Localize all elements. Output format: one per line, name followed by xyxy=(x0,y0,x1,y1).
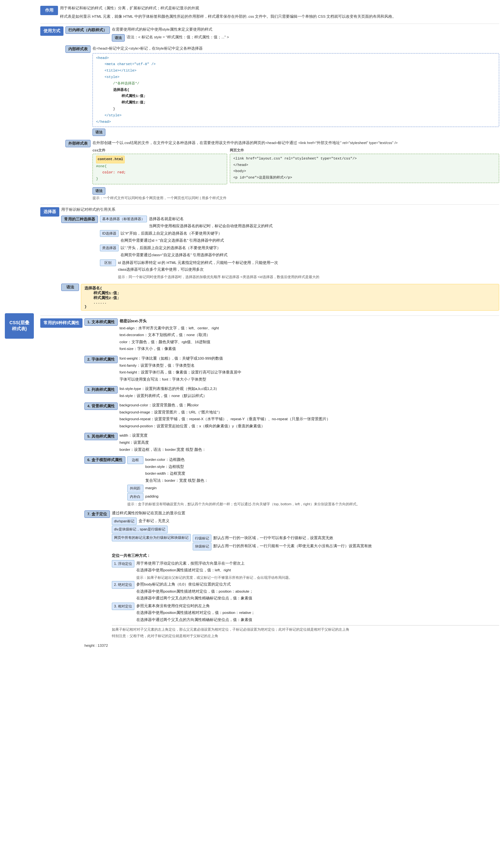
section-changyong: 常用的9种样式属性 1. 文本样式属性 都是以text-开头 text-alig… xyxy=(40,315,499,648)
basic-selector-label: 基本选择器（标签选择器） xyxy=(100,216,147,222)
qubie-content: id 选择器可以标界特定 id 的 HTML 元素指定特定的样式，只能给一个标记… xyxy=(118,259,499,280)
box-model-hint: 提示：盒子的标签没有明确设置方向，默认四个方向的样式都一样；也可以通过-方向关键… xyxy=(127,502,499,507)
id-selector-content: 以"#"开始，后面跟上自定义的选择器名（不要使用关键字） 在网页中需要通过id … xyxy=(121,230,499,244)
float-pos-label: 1. 浮动定位 xyxy=(112,560,134,568)
class-s-d1: 以"."开头，后面跟上自定义的选择器名（不要使用关键字） xyxy=(121,244,499,252)
divspan-row: div/span标记 盒子标记，无意义 xyxy=(112,518,499,525)
external-style-label: 外部样式表 xyxy=(66,140,91,147)
box-model-label: 6. 盒子模型样式属性 xyxy=(85,456,125,464)
list-style-type: list-style-type：设置列表项标志的外观（例如a,b,c或1,2,3… xyxy=(120,385,499,393)
border-sub-label: 边框 xyxy=(127,456,143,464)
box-pos-row: 7. 盒子定位 通过样式属性控制标记在页面上的显示位置 div/span标记 盒… xyxy=(85,510,499,639)
box-pos-content: 通过样式属性控制标记在页面上的显示位置 div/span标记 盒子标记，无意义 xyxy=(112,510,499,639)
font-style-label: 2. 字体样式属性 xyxy=(85,356,118,363)
id-selector-label: ID选择器 xyxy=(100,230,119,237)
inline-syntax-text: 语法：< 标记名 style = "样式属性：值；样式属性：值；..." > xyxy=(127,34,229,41)
xuanzeqi-intro: 用于标识标记对样式的引用关系 xyxy=(61,206,499,213)
margin-row: 外间距 margin xyxy=(127,485,499,492)
text-style-label: 1. 文本样式属性 xyxy=(85,319,118,326)
class-selector-row: 类选择器 以"."开头，后面跟上自定义的选择器名（不要使用关键字） 在网页中需要… xyxy=(100,244,499,258)
abs-pos-label: 2. 绝对定位 xyxy=(112,581,134,589)
text-align: text-align：水平对齐元素中的文字，值：left、center、righ… xyxy=(120,325,499,332)
rel-pos-label: 3. 相对定位 xyxy=(112,603,134,610)
external-css-code: content.html #one{ color: red; } xyxy=(92,154,227,184)
external-desc: 在外部创建一个以.css结尾的文件，在文件中定义各种选择器，在需要使用该文件中的… xyxy=(92,139,499,146)
changyong-label: 常用的9种样式属性 xyxy=(40,319,83,328)
pos-types-label: 定位一共有三种方式： xyxy=(112,552,499,559)
padding-label: 内补白 xyxy=(127,493,143,501)
section-zuoyong: 作用 用于将标记和标记的样式（属性）分离，扩展标记的样式；样式是标记显示的外观 … xyxy=(40,3,499,22)
margin-label: 外间距 xyxy=(127,485,143,492)
selector-syntax-row: 语法 选择器名{ 样式属性1:值; 样式属性2:值; ...... } xyxy=(61,283,499,312)
page-wrapper: CSS(层叠样式表) 作用 用于将标记和标记的样式（属性）分离，扩展标记的样式；… xyxy=(0,0,504,652)
internal-style-label: 内部样式表 xyxy=(66,46,91,53)
border-sub-content: border-color：边框颜色 border-style：边框线型 bord… xyxy=(145,456,499,484)
list-style-content: list-style-type：设置列表项标志的外观（例如a,b,c或1,2,3… xyxy=(120,385,499,399)
font-family: font-family：设置字体类型，值：字体类型名 xyxy=(120,362,499,369)
qubie-row: 区别 id 选择器可以标界特定 id 的 HTML 元素指定特定的样式，只能给一… xyxy=(100,259,499,280)
shiyong-content: 行内样式（内联样式） 在需要使用样式的标记中使用style属性来定义要使用的样式… xyxy=(66,25,499,201)
section-xuanzeqi: 选择器 用于标识标记对样式的引用关系 常用的三种选择器 基本选择器（标签选择器） xyxy=(40,204,499,313)
basic-selector-content: 选择器名就是标记名 当网页中使用相应选择器名的标记时，标记会自动使用选择器定义的… xyxy=(149,216,499,230)
selector-syntax-code: 选择器名{ 样式属性1:值; 样式属性2:值; ...... } xyxy=(81,284,499,311)
rel-pos-row: 3. 相对定位 参照元素本身没有使用任何定位时的左上角 在选择器中使用posit… xyxy=(112,603,499,623)
external-html-code: <link href="layout.css" rel="stylesheet"… xyxy=(230,154,499,183)
external-syntax-row: 语法 xyxy=(92,186,499,195)
padding-row: 内补白 padding xyxy=(127,493,499,501)
float-pos-row: 1. 浮动定位 用于将使用了浮动定位的元素，按照浮动方向显示在一个密次上 在选择… xyxy=(112,560,499,581)
font-style-row: 2. 字体样式属性 font-weight：字体比重（如粗）, 值：关键字或10… xyxy=(85,355,499,383)
zuoyong-content: 用于将标记和标记的样式（属性）分离，扩展标记的样式；样式是标记显示的外观 样式表… xyxy=(60,4,499,20)
zuoyong-intro2: 样式表是如何显示 HTML 元素，就像 HTML 中的字体标签和颜色属性所起的作… xyxy=(60,13,499,20)
changyong-content: 1. 文本样式属性 都是以text-开头 text-align：水平对齐元素中的… xyxy=(85,317,499,647)
special-note: 如果子标记相对对子父元素的左上角定位，那么父元素必须设置为相对定位，子标记必须设… xyxy=(112,625,499,633)
list-style-row: 3. 列表样式属性 list-style-type：设置列表项标志的外观（例如a… xyxy=(85,385,499,399)
internal-style-row: 内部样式表 在<head>标记中定义<style>标记，在Style标记中定义各… xyxy=(66,45,499,137)
other-height: height：设置高度 xyxy=(120,439,499,446)
external-hint: 提示：一个样式文件可以同时给多个网页使用，一个网页也可以同时 | 用多个样式文件 xyxy=(92,196,499,200)
bg-style-row: 4. 背景样式属性 background-color：设置背景颜色，值：网col… xyxy=(85,402,499,430)
basic-s-d2: 当网页中使用相应选择器名的标记时，标记会自动使用选择器定义的样式 xyxy=(149,223,499,230)
id-selector-row: ID选择器 以"#"开始，后面跟上自定义的选择器名（不要使用关键字） 在网页中需… xyxy=(100,230,499,244)
diagram-wrapper: CSS(层叠样式表) 作用 用于将标记和标记的样式（属性）分离，扩展标记的样式；… xyxy=(5,3,499,649)
xuanzeqi-label: 选择器 xyxy=(40,207,59,217)
block-inline-row: div是块级标记，span是行级标记 xyxy=(112,526,499,533)
inline-tag-row: 行级标记 默认占用一行的一块区域，一行中可以有多个行级标记，设置高宽无效 xyxy=(193,534,499,542)
internal-syntax-label: 语法 xyxy=(92,129,105,136)
text-style-row: 1. 文本样式属性 都是以text-开头 text-align：水平对齐元素中的… xyxy=(85,318,499,352)
external-syntax-label: 语法 xyxy=(92,187,105,195)
other-style-label: 5. 其他样式属性 xyxy=(85,433,118,440)
zuoyong-label: 作用 xyxy=(40,6,58,15)
bg-position: background-position：设置背景起始位置，值：x（横向的象素值）… xyxy=(120,423,499,430)
other-style-row: 5. 其他样式属性 width：设置宽度 height：设置高度 border：… xyxy=(85,432,499,453)
inline-syntax-label: 语法 xyxy=(112,34,125,41)
height-label-display: height : 13372 xyxy=(85,643,499,648)
class-selector-content: 以"."开头，后面跟上自定义的选择器名（不要使用关键字） 在网页中需要通过cla… xyxy=(121,244,499,258)
inline-sub: 语法 语法：< 标记名 style = "样式属性：值；样式属性：值；..." … xyxy=(112,34,499,41)
all-tags-row: 网页中所有的标记元素分为行级标记和块级标记 行级标记 默认占用一行的一块区域，一… xyxy=(112,534,499,551)
box-pos-label: 7. 盒子定位 xyxy=(85,510,110,518)
external-style-content: 外部样式表 在外部创建一个以.css结尾的文件，在文件中定义各种选择器，在需要使… xyxy=(66,139,499,201)
id-s-d2: 在网页中需要通过id = "自定义选择器名" 引用选择器中的样式 xyxy=(121,237,499,244)
divspan-label: div/span标记 xyxy=(112,518,137,525)
external-style-section: 外部样式表 在外部创建一个以.css结尾的文件，在文件中定义各种选择器，在需要使… xyxy=(66,139,499,201)
bg-color: background-color：设置背景颜色，值：网color xyxy=(120,402,499,409)
three-selectors-label: 常用的三种选择器 xyxy=(61,216,98,223)
font-shorthand: 字体可以使用复合写法：font：字体大小 / 字体类型 xyxy=(120,376,499,383)
internal-code-block: <head> <meta charset="utf-8" /> <title><… xyxy=(92,53,499,127)
font-weight: font-weight：字体比重（如粗）, 值：关键字或100-999的数值 xyxy=(120,355,499,362)
other-width: width：设置宽度 xyxy=(120,432,499,439)
three-selectors-row: 常用的三种选择器 基本选择器（标签选择器） 选择器名就是标记名 当网页中使用相应… xyxy=(61,215,499,280)
other-border: border：设置边框，语法：border:宽度 线型 颜色： xyxy=(120,446,499,453)
text-fontsize: font-size：字体大小，值：像素值 xyxy=(120,345,499,352)
margin-content: margin xyxy=(145,485,499,492)
font-style-content: font-weight：字体比重（如粗）, 值：关键字或100-999的数值 f… xyxy=(120,355,499,383)
box-model-row: 6. 盒子模型样式属性 边框 border-color：边框颜色 border-… xyxy=(85,456,499,507)
shiyong-label: 使用方式 xyxy=(40,26,64,36)
inline-desc: 在需要使用样式的标记中使用style属性来定义要使用的样式 xyxy=(112,26,499,33)
basic-selector-row: 基本选择器（标签选择器） 选择器名就是标记名 当网页中使用相应选择器名的标记时，… xyxy=(100,216,499,230)
inline-style-row: 行内样式（内联样式） 在需要使用样式的标记中使用style属性来定义要使用的样式… xyxy=(66,26,499,42)
block-tag-row: 块级标记 默认占用一行的所有区域，一行只能有一个元素（即使元素大小没有占满一行）… xyxy=(193,543,499,550)
qubie-d1: id 选择器可以标界特定 id 的 HTML 元素指定特定的样式，只能给一个标记… xyxy=(118,259,499,267)
text-decoration: text-decoration：文本下划线样式，值：none（取消） xyxy=(120,332,499,339)
bg-image: background-image：设置背景图片，值：URL（"图片地址"） xyxy=(120,409,499,416)
